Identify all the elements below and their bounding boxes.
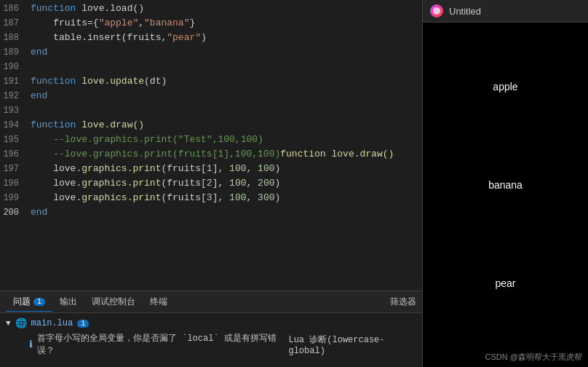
line-content-194: function love.draw() [31, 118, 144, 133]
line-num-186: 186 [0, 1, 31, 16]
code-area[interactable]: 186 function love.load() 187 fruits={"ap… [0, 0, 422, 291]
game-panel: Untitled apple banana pear CSDN @森明帮大于黑虎… [422, 0, 588, 367]
line-num-187: 187 [0, 16, 31, 31]
line-content-196: --love.graphics.print(fruits[1],100,100)… [31, 147, 394, 162]
filter-label: 筛选器 [390, 297, 416, 307]
main-area: 186 function love.load() 187 fruits={"ap… [0, 0, 588, 367]
panel-tabs: 问题 1 输出 调试控制台 终端 筛选器 [0, 291, 422, 313]
line-num-194: 194 [0, 118, 31, 133]
code-line-194: 194 function love.draw() [0, 118, 422, 133]
diag-count-badge: 1 [77, 320, 89, 328]
expand-icon: ▼ [6, 319, 11, 328]
tab-problems[interactable]: 问题 1 [6, 293, 52, 312]
code-line-193: 193 [0, 103, 422, 118]
code-line-197: 197 love.graphics.print(fruits[1], 100, … [0, 162, 422, 176]
line-content-186: function love.load() [31, 1, 144, 16]
code-line-195: 195 --love.graphics.print("Test",100,100… [0, 133, 422, 147]
diagnostics-message-row: ℹ 首字母小写的全局变量，你是否漏了 `local` 或是有拼写错误？ Lua … [6, 331, 416, 358]
panel-filter[interactable]: 筛选器 [390, 296, 416, 308]
line-content-195: --love.graphics.print("Test",100,100) [31, 133, 263, 147]
line-num-200: 200 [0, 205, 31, 220]
code-line-189: 189 end [0, 45, 422, 60]
line-num-193: 193 [0, 103, 31, 118]
fruit-apple: apple [430, 81, 581, 92]
line-num-189: 189 [0, 45, 31, 60]
code-line-188: 188 table.insert(fruits,"pear") [0, 31, 422, 45]
code-line-191: 191 function love.update(dt) [0, 74, 422, 89]
game-app-icon [430, 4, 443, 17]
diag-filename: main.lua [31, 318, 74, 328]
line-num-188: 188 [0, 31, 31, 45]
line-num-190: 190 [0, 60, 31, 74]
fruit-banana: banana [430, 179, 581, 191]
line-num-191: 191 [0, 74, 31, 89]
tab-terminal[interactable]: 终端 [143, 293, 175, 312]
line-content-198: love.graphics.print(fruits[2], 100, 200) [31, 176, 280, 191]
watermark: CSDN @森明帮大于黑虎帮 [423, 347, 588, 367]
info-icon: ℹ [29, 339, 33, 350]
line-num-197: 197 [0, 162, 31, 176]
line-num-192: 192 [0, 89, 31, 103]
line-num-198: 198 [0, 176, 31, 191]
diagnostics-file-row: ▼ 🌐 main.lua 1 [6, 316, 416, 331]
tab-output[interactable]: 输出 [52, 293, 84, 312]
line-num-195: 195 [0, 133, 31, 147]
line-content-200: end [31, 205, 47, 220]
tab-problems-badge: 1 [33, 298, 45, 306]
code-line-190: 190 [0, 60, 422, 74]
code-line-196: 196 --love.graphics.print(fruits[1],100,… [0, 147, 422, 162]
code-line-199: 199 love.graphics.print(fruits[3], 100, … [0, 191, 422, 205]
line-content-188: table.insert(fruits,"pear") [31, 31, 207, 45]
game-output: apple banana pear [423, 23, 588, 347]
line-num-196: 196 [0, 147, 31, 162]
line-content-199: love.graphics.print(fruits[3], 100, 300) [31, 191, 280, 205]
game-window-title: Untitled [449, 6, 481, 17]
code-line-200: 200 end [0, 205, 422, 220]
panel-content: ▼ 🌐 main.lua 1 ℹ 首字母小写的全局变量，你是否漏了 `local… [0, 313, 422, 361]
lua-file-icon: 🌐 [15, 317, 27, 329]
code-line-186: 186 function love.load() [0, 1, 422, 16]
code-line-187: 187 fruits={"apple","banana"} [0, 16, 422, 31]
diag-source-text: Lua 诊断(lowercase-global) [288, 334, 416, 356]
tab-debug-label: 调试控制台 [92, 296, 135, 308]
bottom-panel: 问题 1 输出 调试控制台 终端 筛选器 ▼ 🌐 [0, 291, 422, 367]
diag-message-text: 首字母小写的全局变量，你是否漏了 `local` 或是有拼写错误？ [37, 332, 284, 357]
code-line-192: 192 end [0, 89, 422, 103]
tab-problems-label: 问题 [13, 296, 31, 308]
tab-debug-console[interactable]: 调试控制台 [84, 293, 143, 312]
editor-panel: 186 function love.load() 187 fruits={"ap… [0, 0, 422, 367]
line-content-197: love.graphics.print(fruits[1], 100, 100) [31, 162, 280, 176]
tab-output-label: 输出 [60, 296, 77, 308]
tab-terminal-label: 终端 [150, 296, 167, 308]
line-num-199: 199 [0, 191, 31, 205]
line-content-189: end [31, 45, 47, 60]
line-content-192: end [31, 89, 47, 103]
game-icon-inner [433, 7, 440, 15]
code-line-198: 198 love.graphics.print(fruits[2], 100, … [0, 176, 422, 191]
line-content-191: function love.update(dt) [31, 74, 167, 89]
fruit-pear: pear [430, 277, 581, 289]
game-title-bar: Untitled [423, 0, 588, 23]
line-content-187: fruits={"apple","banana"} [31, 16, 195, 31]
